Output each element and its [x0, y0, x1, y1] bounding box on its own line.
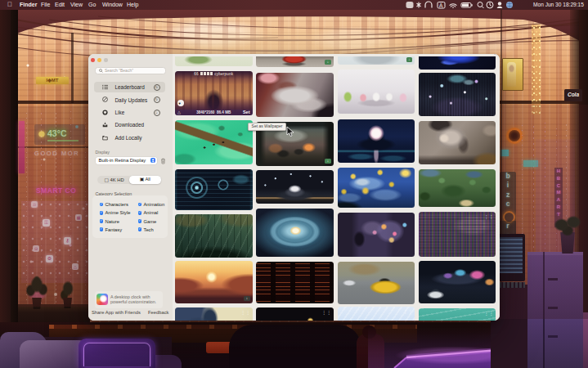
svg-text:A: A	[439, 2, 443, 8]
